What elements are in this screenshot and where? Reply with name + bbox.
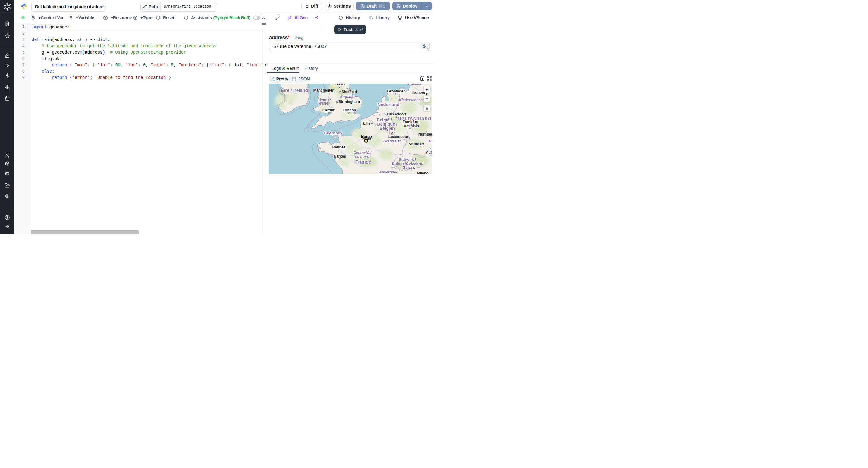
svg-text:Manchester: Manchester bbox=[313, 88, 334, 93]
svg-text:Groningen: Groningen bbox=[387, 89, 405, 93]
svg-text:Luxembourg: Luxembourg bbox=[389, 135, 411, 139]
svg-text:Sheffield: Sheffield bbox=[341, 90, 357, 94]
svg-text:Grand Est: Grand Est bbox=[383, 139, 401, 143]
svg-text:London: London bbox=[343, 108, 356, 112]
svg-text:Nederland: Nederland bbox=[377, 102, 399, 107]
svg-text:France: France bbox=[355, 159, 371, 164]
svg-text:Milano: Milano bbox=[417, 171, 429, 174]
svg-text:Nantes: Nantes bbox=[334, 154, 346, 158]
svg-text:Centre-Val: Centre-Val bbox=[353, 151, 372, 155]
svg-text:München: München bbox=[425, 150, 432, 155]
svg-text:Home: Home bbox=[361, 134, 372, 138]
svg-text:England: England bbox=[340, 94, 355, 98]
svg-text:de Loire: de Loire bbox=[355, 155, 369, 159]
svg-text:Leeds: Leeds bbox=[335, 84, 345, 86]
svg-text:Niedersachsen: Niedersachsen bbox=[399, 98, 425, 102]
svg-text:Belgien: Belgien bbox=[379, 126, 395, 130]
svg-text:Wales: Wales bbox=[318, 101, 329, 105]
svg-text:am Main: am Main bbox=[404, 124, 419, 128]
svg-text:Svizra: Svizra bbox=[403, 165, 415, 170]
svg-text:Stuttgart: Stuttgart bbox=[409, 142, 424, 146]
svg-text:Deutschland: Deutschland bbox=[398, 115, 431, 121]
svg-text:Holstein: Holstein bbox=[408, 84, 422, 86]
svg-text:Auvergne-: Auvergne- bbox=[379, 170, 397, 174]
svg-text:Birmingham: Birmingham bbox=[338, 100, 360, 104]
svg-text:Rennes: Rennes bbox=[333, 145, 346, 149]
svg-text:Lille: Lille bbox=[363, 121, 370, 125]
svg-text:Bay: Bay bbox=[429, 139, 432, 143]
svg-text:Guernsey: Guernsey bbox=[324, 131, 343, 135]
svg-text:Nürnberg: Nürnberg bbox=[418, 132, 432, 136]
svg-text:Éire / Ireland: Éire / Ireland bbox=[281, 88, 308, 93]
svg-text:Cardiff: Cardiff bbox=[322, 108, 335, 112]
